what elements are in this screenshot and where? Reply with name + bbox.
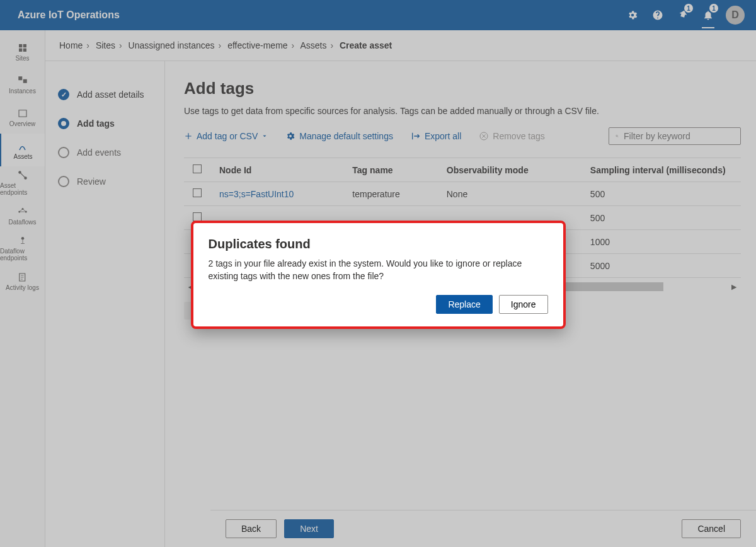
duplicates-modal: Duplicates found 2 tags in your file alr… — [191, 221, 566, 329]
ignore-button[interactable]: Ignore — [499, 295, 548, 314]
modal-overlay[interactable]: Duplicates found 2 tags in your file alr… — [0, 0, 756, 547]
modal-body: 2 tags in your file already exist in the… — [209, 258, 548, 282]
modal-title: Duplicates found — [209, 237, 548, 251]
replace-button[interactable]: Replace — [436, 295, 492, 314]
